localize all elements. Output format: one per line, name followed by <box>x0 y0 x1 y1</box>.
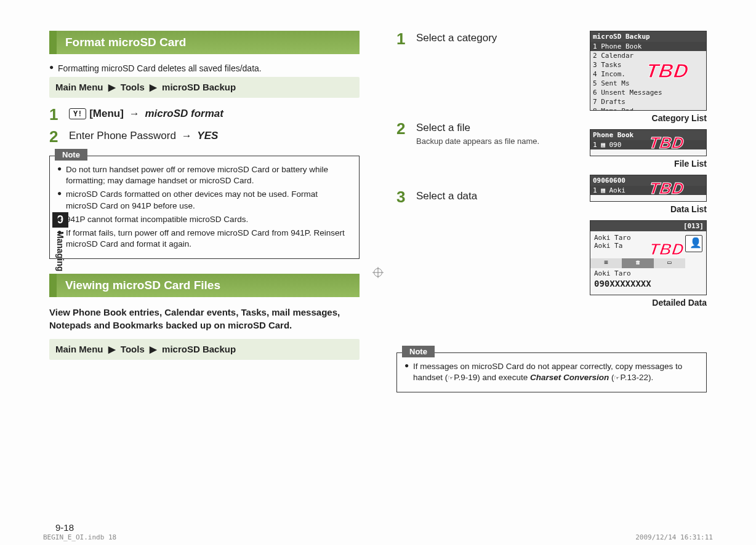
nav-root: Main Menu <box>55 82 103 92</box>
nav-arrow-icon: ▶ <box>108 344 116 354</box>
nav-arrow-icon: ▶ <box>150 82 157 92</box>
screen-detail: [013] Aoki Taro Aoki Ta 👤 ≡ ☎ ▭ Aoki Tar… <box>590 220 707 295</box>
note-italic: Charset Conversion <box>530 373 609 382</box>
footer-right: 2009/12/14 16:31:11 <box>635 533 713 541</box>
footer-left: BEGIN_E_OI.indb 18 <box>43 533 116 541</box>
tbd-stamp: TBD <box>648 179 685 198</box>
note-suffix: ). <box>648 373 653 382</box>
step-number: 2 <box>49 129 69 145</box>
step-number: 3 <box>396 189 416 205</box>
step-body: Select a data <box>416 189 477 205</box>
arrow-icon: → <box>129 108 140 119</box>
note-item: ● If messages on microSD Card do not app… <box>404 361 699 383</box>
step-body: Enter Phone Password → YES <box>69 129 218 145</box>
note-text: microSD Cards formatted on other devices… <box>66 189 352 211</box>
step-body: Select a file Backup date appears as fil… <box>416 121 539 146</box>
bold-lead: View Phone Book entries, Calendar events… <box>49 306 360 332</box>
step-number: 2 <box>396 121 416 146</box>
note-text: Do not turn handset power off or remove … <box>66 164 352 186</box>
tab-icon: ▭ <box>654 258 685 268</box>
screen-title: Phone Book <box>590 130 706 140</box>
detail-phone: 090XXXXXXXX <box>590 279 706 288</box>
tab-icon: ≡ <box>590 258 622 268</box>
step-subtext: Backup date appears as file name. <box>416 137 539 146</box>
screenshots-column: microSD Backup 1 Phone Book 2 Calendar 3… <box>590 31 707 314</box>
left-column: Format microSD Card ● Formatting microSD… <box>49 31 378 514</box>
detail-name3: Aoki Taro <box>590 268 706 279</box>
caption-category: Category List <box>590 113 707 123</box>
nav-root: Main Menu <box>55 344 103 354</box>
note-ref2: P.13-22 <box>620 373 648 382</box>
note-box-right: Note ● If messages on microSD Card do no… <box>396 352 707 392</box>
tbd-stamp: TBD <box>645 60 691 82</box>
page-number: 9-18 <box>55 522 74 533</box>
step-dest: YES <box>197 130 218 141</box>
lead-bullet: ● Formatting microSD Card deletes all sa… <box>49 63 360 74</box>
step-number: 1 <box>49 106 69 122</box>
registration-mark-icon <box>372 267 384 278</box>
r-step-3: 3 Select a data <box>396 189 550 205</box>
screen-title: microSD Backup <box>590 31 706 42</box>
note-label: Note <box>55 149 87 161</box>
screen-category: microSD Backup 1 Phone Book 2 Calendar 3… <box>590 31 707 111</box>
step-2: 2 Enter Phone Password → YES <box>49 129 360 145</box>
bullet-icon: ● <box>49 63 58 74</box>
pointer-icon: ☞ <box>614 374 620 381</box>
nav-backup: microSD Backup <box>162 82 236 92</box>
lead-text: Formatting microSD Card deletes all save… <box>58 63 360 74</box>
nav-tools: Tools <box>121 82 145 92</box>
note-ref1: P.9-19 <box>454 373 477 382</box>
screen-title-right: [013] <box>590 221 706 231</box>
note-text: If format fails, turn power off and remo… <box>66 228 352 250</box>
nav-arrow-icon: ▶ <box>150 344 157 354</box>
bullet-icon: ● <box>57 214 66 225</box>
screen-data: 09060600 1 ▦ Aoki TBD <box>590 175 707 202</box>
bullet-icon: ● <box>404 361 413 383</box>
screen-row: 6 Unsent Messages <box>590 88 706 97</box>
note-item: ●Do not turn handset power off or remove… <box>57 164 352 186</box>
note-mid: ) and execute <box>477 373 530 382</box>
r-step-2: 2 Select a file Backup date appears as f… <box>396 121 550 146</box>
caption-data: Data List <box>590 204 707 214</box>
screen-row: 8 Memo Pad <box>590 106 706 111</box>
pointer-icon: ☞ <box>448 374 454 381</box>
note-text: If messages on microSD Card do not appea… <box>413 361 699 383</box>
avatar-icon: 👤 <box>690 237 702 249</box>
arrow-icon: → <box>182 130 192 141</box>
step-body: Select a category <box>416 31 497 47</box>
step-text: Select a file <box>416 122 470 133</box>
nav-path-1: Main Menu ▶ Tools ▶ microSD Backup <box>49 77 360 98</box>
note-label: Note <box>402 346 435 357</box>
right-column: 1 Select a category 2 Select a file Back… <box>378 31 707 514</box>
footer-meta: BEGIN_E_OI.indb 18 2009/12/14 16:31:11 <box>43 533 713 541</box>
note-text: 941P cannot format incompatible microSD … <box>66 214 352 225</box>
screen-row: 7 Drafts <box>590 97 706 106</box>
step-body: Y! [Menu] → microSD format <box>69 106 223 122</box>
step-number: 1 <box>396 31 416 47</box>
nav-arrow-icon: ▶ <box>108 82 116 92</box>
bullet-icon: ● <box>57 189 66 211</box>
r-step-1: 1 Select a category <box>396 31 550 47</box>
tbd-stamp: TBD <box>648 133 685 153</box>
caption-file: File List <box>590 159 707 169</box>
heading-format: Format microSD Card <box>49 31 360 54</box>
nav-path-2: Main Menu ▶ Tools ▶ microSD Backup <box>49 339 360 360</box>
step-text: Enter Phone Password <box>69 130 176 141</box>
note-item: ●941P cannot format incompatible microSD… <box>57 214 352 225</box>
tbd-stamp: TBD <box>648 239 685 258</box>
bullet-icon: ● <box>57 164 66 186</box>
tab-icon: ☎ <box>622 258 653 268</box>
step-1: 1 Y! [Menu] → microSD format <box>49 106 360 122</box>
note-item: ●microSD Cards formatted on other device… <box>57 189 352 211</box>
bullet-icon: ● <box>57 228 66 250</box>
menu-suffix: [Menu] <box>89 108 124 119</box>
caption-detail: Detailed Data <box>590 298 707 308</box>
step-dest: microSD format <box>145 108 223 119</box>
nav-backup: microSD Backup <box>162 344 236 354</box>
note-body: ●Do not turn handset power off or remove… <box>50 164 359 259</box>
screen-file: Phone Book 1 ▦ 090 TBD <box>590 129 707 156</box>
screen-row: 1 Phone Book <box>590 42 706 51</box>
softkey-y-icon: Y! <box>69 108 86 119</box>
note-box: Note ●Do not turn handset power off or r… <box>49 156 360 260</box>
note-item: ●If format fails, turn power off and rem… <box>57 228 352 250</box>
